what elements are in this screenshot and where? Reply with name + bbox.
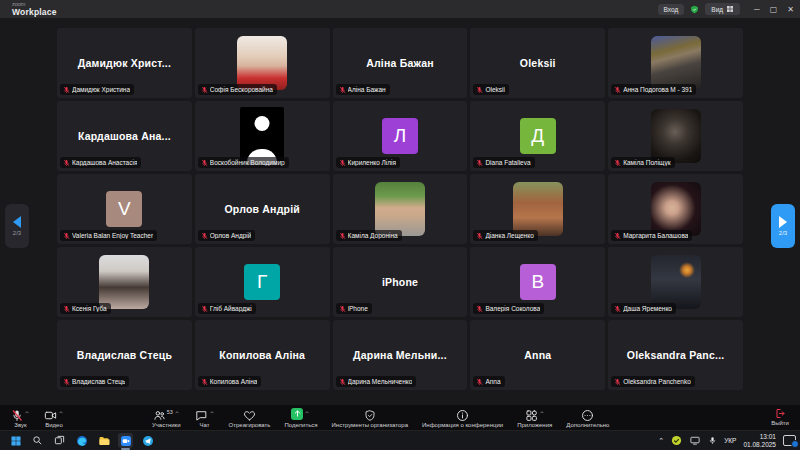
muted-mic-icon [614,86,621,94]
clock[interactable]: 13:01 01.08.2025 [743,433,776,448]
participant-photo [651,182,701,236]
participant-tile[interactable]: Софія Бескоровайна [195,28,330,98]
name-tag-label: Valeria Balan Enjoy Teacher [72,232,153,239]
name-tag-label: Анна Подогова М - 391 [623,86,692,93]
name-tag-label: Дамидюк Христина [72,86,130,93]
audio-button[interactable]: Звук [4,405,37,430]
participant-tile[interactable]: Владислав СтецьВладислав Стець [57,320,192,390]
participant-name: Кардашова Ана... [74,130,175,142]
chevron-up-icon [174,410,180,415]
participants-count: 53 [167,409,173,415]
view-button[interactable]: Вид [705,3,740,15]
name-tag: Valeria Balan Enjoy Teacher [60,230,157,241]
participant-photo [651,255,701,309]
previous-page-button[interactable]: 2/3 [5,204,29,248]
participant-tile[interactable]: Воскобойник Володимир [195,101,330,171]
participant-tile[interactable]: Каміла Дороніна [333,174,468,244]
participant-tile[interactable]: Дамидюк Христ...Дамидюк Христина [57,28,192,98]
more-button[interactable]: Дополнительно [559,405,616,430]
muted-mic-icon [476,159,483,167]
toolbar-item-label: Чат [200,422,210,428]
muted-mic-icon [339,86,346,94]
participant-tile[interactable]: ВВалерія Соколова [470,247,605,317]
muted-mic-icon [63,378,70,386]
participant-tile[interactable]: Дарина Мельни...Дарина Мельниченко [333,320,468,390]
participant-name: Копилова Аліна [215,349,309,361]
start-icon[interactable] [8,433,23,448]
participant-name: Oleksandra Panc... [623,349,729,361]
participant-name: Аліна Бажан [362,57,438,69]
minimize-button[interactable]: ─ [754,5,760,14]
video-gallery: Дамидюк Христ...Дамидюк ХристинаСофія Бе… [0,18,800,405]
participant-tile[interactable]: VValeria Balan Enjoy Teacher [57,174,192,244]
leave-button[interactable]: Выйти [764,405,796,427]
participant-tile[interactable]: Маргарита Балашова [608,174,743,244]
search-icon[interactable] [30,433,45,448]
participant-tile[interactable]: iPhoneiPhone [333,247,468,317]
name-tag: Даша Яременко [611,303,676,314]
toolbar-item-label: Инструменты организатора [332,422,408,428]
zoom-app-icon[interactable] [118,433,133,448]
participant-tile[interactable]: OleksiiOleksii [470,28,605,98]
microphone-tray-icon[interactable] [708,435,717,446]
participant-tile[interactable]: Oleksandra Panc...Oleksandra Panchenko [608,320,743,390]
telegram-icon[interactable] [140,433,155,448]
participant-tile[interactable]: Даша Яременко [608,247,743,317]
participant-tile[interactable]: ДDiana Fatalieva [470,101,605,171]
sign-in-button[interactable]: Вход [658,4,685,15]
toolbar-item-label: Звук [14,422,26,428]
participant-tile[interactable]: Каміла Поліщук [608,101,743,171]
name-tag: Копилова Аліна [198,376,262,387]
meeting-toolbar: ЗвукВидео 53УчастникиЧатОтреагироватьПод… [0,405,800,430]
muted-mic-icon [63,159,70,167]
previous-page-icon [13,216,21,228]
participant-name: Oleksii [516,57,560,69]
participant-name: iPhone [378,276,422,288]
participant-tile[interactable]: Орлов АндрійОрлов Андрій [195,174,330,244]
participant-tile[interactable]: Копилова АлінаКопилова Аліна [195,320,330,390]
chevron-up-icon [209,410,215,415]
host-tools-button[interactable]: Инструменты организатора [325,405,415,430]
participant-tile[interactable]: Діанка Лещенко [470,174,605,244]
tray-chevron-up-icon[interactable]: ⌃ [658,437,664,445]
name-tag-label: Аліна Бажан [348,86,386,93]
maximize-button[interactable]: ▢ [770,5,778,14]
name-tag: Аліна Бажан [336,84,390,95]
app-brand: zoom Workplace [12,2,57,16]
muted-mic-icon [201,159,208,167]
name-tag: Дарина Мельниченко [336,376,417,387]
video-button[interactable]: Видео [37,405,71,430]
participants-button[interactable]: 53Участники [145,405,188,430]
chat-button[interactable]: Чат [188,405,222,430]
participant-tile[interactable]: Кардашова Ана...Кардашова Анастасія [57,101,192,171]
display-cast-icon[interactable] [689,435,701,446]
app-title: Workplace [12,8,57,17]
name-tag-label: Дарина Мельниченко [348,378,413,385]
zoom-window: zoom Workplace Вход Вид ─ ▢ ✕ Дамидюк Хр… [0,0,800,450]
share-button[interactable]: Поделиться [277,405,324,430]
participant-tile[interactable]: ГГліб Айварджі [195,247,330,317]
participant-tile[interactable]: Ксенія Губа [57,247,192,317]
next-page-button[interactable]: 2/3 [771,204,795,248]
file-explorer-icon[interactable] [96,433,111,448]
participant-tile[interactable]: Аліна БажанАліна Бажан [333,28,468,98]
participant-name: Владислав Стець [73,349,176,361]
participant-tile[interactable]: ЛКириленко Лілія [333,101,468,171]
toolbar-item-label: Информация о конференции [422,422,503,428]
name-tag: Валерія Соколова [473,303,544,314]
apps-button[interactable]: Приложения [510,405,559,430]
participant-tile[interactable]: Анна Подогова М - 391 [608,28,743,98]
antivirus-icon[interactable] [671,435,682,446]
name-tag: Маргарита Балашова [611,230,692,241]
participant-tile[interactable]: AnnaAnna [470,320,605,390]
language-indicator[interactable]: УКР [724,437,736,444]
participant-avatar: Л [382,118,418,154]
close-button[interactable]: ✕ [787,5,794,14]
edge-icon[interactable] [74,433,89,448]
name-tag-label: Софія Бескоровайна [210,86,273,93]
notification-center-icon[interactable] [783,435,796,446]
task-view-icon[interactable] [52,433,67,448]
react-button[interactable]: Отреагировать [222,405,278,430]
meeting-info-button[interactable]: Информация о конференции [415,405,510,430]
toolbar-item-label: Дополнительно [566,422,609,428]
